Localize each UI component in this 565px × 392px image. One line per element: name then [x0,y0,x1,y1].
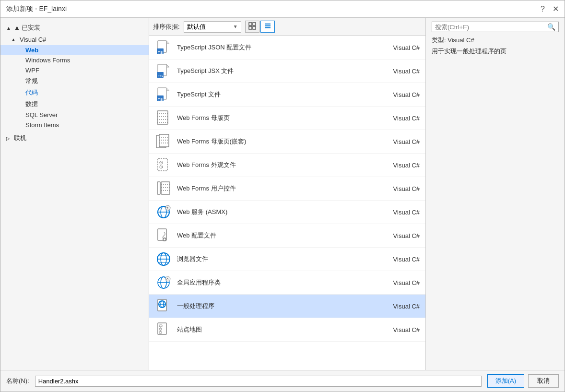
item-icon [155,250,172,268]
web-service-icon [155,204,172,220]
help-button[interactable]: ? [541,5,545,13]
ts-json-icon: TS [156,40,171,55]
list-item-selected[interactable]: 一般处理程序 Visual C# [149,295,425,318]
item-name: Web Forms 母版页(嵌套) [177,137,377,146]
vc-arrow: ▲ [11,37,16,42]
item-name: Web 服务 (ASMX) [177,208,377,216]
view-grid-button[interactable] [245,21,259,33]
online-section-header[interactable]: ▷ 联机 [0,132,149,144]
sidebar-item-wpf[interactable]: WPF [0,65,149,75]
list-item[interactable]: Web Forms 用户控件 Visual C# [149,177,425,201]
item-icon [155,274,172,291]
main-content: ▲ ▲ 已安装 ▲ Visual C# Web Windows Forms WP… [0,18,565,370]
item-icon [155,180,172,197]
item-icon [155,321,172,338]
svg-rect-1 [253,23,256,25]
filename-input[interactable] [35,376,482,387]
item-name: Web Forms 母版页 [177,114,377,122]
list-item[interactable]: TS TypeScript JSX 文件 Visual C# [149,59,425,83]
item-icon [155,133,172,150]
close-button[interactable]: ✕ [553,4,559,13]
installed-arrow: ▲ [6,25,11,31]
sitemap-icon [155,321,172,338]
item-name: 一般处理程序 [177,302,377,310]
sidebar-item-data[interactable]: 数据 [0,98,149,110]
item-name: 全局应用程序类 [177,278,377,287]
title-bar: 添加新项 - EF_lainxi ? ✕ [0,0,565,18]
installed-label: ▲ 已安装 [14,24,40,32]
sidebar-item-web[interactable]: Web [0,45,149,55]
sidebar-item-code[interactable]: 代码 [0,87,149,98]
svg-point-34 [161,166,162,167]
visual-csharp-header[interactable]: ▲ Visual C# [0,34,149,45]
item-category: Visual C# [381,279,420,286]
sidebar-item-sqlserver[interactable]: SQL Server [0,110,149,120]
add-button[interactable]: 添加(A) [487,374,524,388]
list-item[interactable]: TS TypeScript 文件 Visual C# [149,83,425,107]
item-category: Visual C# [381,162,420,169]
webforms-skin-icon [155,157,172,173]
svg-text:TS: TS [158,74,163,78]
installed-section-header[interactable]: ▲ ▲ 已安装 [0,22,149,34]
sort-value: 默认值 [187,23,206,31]
item-name: TypeScript JSX 文件 [177,67,377,75]
search-box: 🔍 [432,22,559,32]
svg-rect-26 [159,134,169,147]
item-name: TypeScript JSON 配置文件 [177,43,377,52]
item-name: TypeScript 文件 [177,90,377,99]
sidebar-item-windows-forms[interactable]: Windows Forms [0,55,149,65]
sort-dropdown[interactable]: 默认值 ▼ [184,21,241,33]
ts-file-icon: TS [156,87,171,102]
svg-rect-20 [157,111,168,124]
cancel-button[interactable]: 取消 [528,374,559,388]
handler-icon [155,298,172,314]
item-category: Visual C# [381,68,420,75]
bottom-bar: 名称(N): 添加(A) 取消 [0,370,565,392]
list-item[interactable]: Web 配置文件 Visual C# [149,224,425,248]
list-item[interactable]: 浏览器文件 Visual C# [149,248,425,271]
item-category: Visual C# [381,185,420,192]
svg-marker-8 [166,41,169,44]
svg-rect-2 [249,26,252,29]
item-name: 站点地图 [177,325,377,334]
dialog: 添加新项 - EF_lainxi ? ✕ ▲ ▲ 已安装 ▲ Visual C#… [0,0,565,392]
list-item[interactable]: Web 服务 (ASMX) Visual C# [149,201,425,224]
webforms-usercontrol-icon [155,180,172,197]
svg-text:TS: TS [158,97,163,102]
list-item[interactable]: 全局应用程序类 Visual C# [149,271,425,295]
search-input[interactable] [435,24,545,31]
list-item[interactable]: Web Forms 外观文件 Visual C# [149,154,425,177]
item-name: Web 配置文件 [177,231,377,240]
view-buttons [245,21,275,33]
search-icon[interactable]: 🔍 [547,23,555,31]
item-list: TS TypeScript JSON 配置文件 Visual C# TS [149,36,425,370]
web-config-icon [155,227,172,244]
list-item[interactable]: Web Forms 母版页(嵌套) Visual C# [149,130,425,154]
svg-point-32 [161,162,162,163]
right-panel: 🔍 类型: Visual C# 用于实现一般处理程序的页 [425,18,565,370]
item-category: Visual C# [381,303,420,310]
center-panel: 排序依据: 默认值 ▼ [149,18,425,370]
svg-marker-13 [166,64,169,67]
list-item[interactable]: TS TypeScript JSON 配置文件 Visual C# [149,36,425,59]
svg-point-55 [165,276,170,281]
dialog-title: 添加新项 - EF_lainxi [6,5,67,13]
item-icon [155,109,172,127]
grid-view-icon [248,22,256,30]
name-label: 名称(N): [6,377,29,385]
item-icon: TS [155,62,172,80]
sidebar-item-common[interactable]: 常规 [0,75,149,87]
item-category: Visual C# [381,232,420,239]
item-category: Visual C# [381,138,420,145]
view-list-button[interactable] [260,21,275,33]
item-icon: TS [155,86,172,103]
type-label: 类型: Visual C# [432,36,559,45]
svg-rect-35 [157,182,160,194]
list-item[interactable]: Web Forms 母版页 Visual C# [149,107,425,130]
sidebar-item-storm-items[interactable]: Storm Items [0,120,149,130]
item-category: Visual C# [381,256,420,263]
list-item[interactable]: 站点地图 Visual C# [149,318,425,342]
svg-rect-3 [253,26,256,29]
sort-label: 排序依据: [153,23,180,31]
svg-marker-17 [166,88,169,91]
